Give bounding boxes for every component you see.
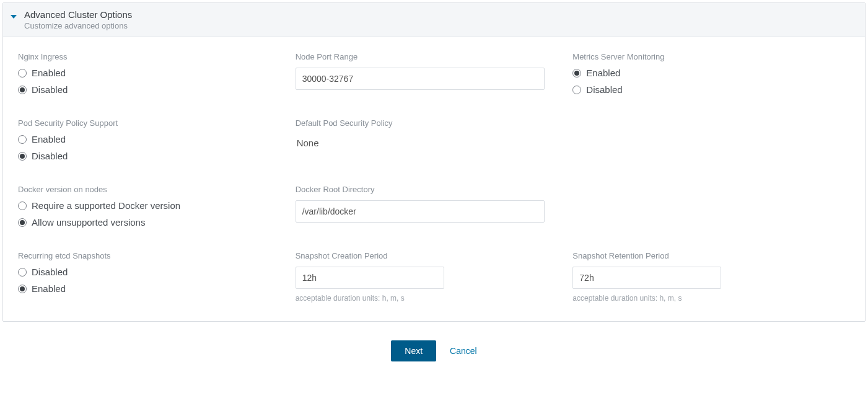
radio-label: Allow unsupported versions — [32, 217, 145, 228]
snapshot-creation-hint: acceptable duration units: h, m, s — [296, 294, 558, 303]
pod-security-disabled-radio[interactable]: Disabled — [18, 151, 281, 161]
snapshot-retention-hint: acceptable duration units: h, m, s — [572, 294, 835, 303]
snapshot-creation-label: Snapshot Creation Period — [296, 251, 558, 260]
radio-icon — [18, 69, 27, 78]
pod-security-support-label: Pod Security Policy Support — [18, 118, 281, 128]
etcd-snapshots-disabled-radio[interactable]: Disabled — [18, 267, 281, 277]
radio-icon — [18, 86, 27, 94]
panel-subtitle: Customize advanced options — [24, 21, 132, 30]
radio-label: Enabled — [586, 68, 620, 78]
radio-label: Require a supported Docker version — [32, 200, 180, 211]
docker-version-label: Docker version on nodes — [18, 185, 281, 194]
radio-label: Enabled — [32, 134, 66, 144]
default-pod-security-label: Default Pod Security Policy — [296, 118, 558, 128]
radio-icon — [18, 285, 27, 293]
radio-label: Disabled — [32, 267, 68, 277]
advanced-cluster-panel: Advanced Cluster Options Customize advan… — [2, 2, 866, 322]
snapshot-retention-input[interactable] — [572, 267, 721, 289]
footer-actions: Next Cancel — [0, 324, 868, 368]
cancel-button[interactable]: Cancel — [450, 346, 477, 356]
radio-label: Disabled — [586, 84, 622, 95]
radio-icon — [18, 135, 27, 144]
nginx-ingress-enabled-radio[interactable]: Enabled — [18, 68, 281, 78]
snapshot-creation-input[interactable] — [296, 267, 444, 289]
radio-label: Enabled — [32, 68, 66, 78]
radio-icon — [572, 86, 581, 94]
radio-label: Enabled — [32, 283, 66, 294]
panel-header[interactable]: Advanced Cluster Options Customize advan… — [3, 3, 865, 37]
docker-version-allow-radio[interactable]: Allow unsupported versions — [18, 217, 281, 228]
metrics-server-label: Metrics Server Monitoring — [572, 52, 835, 61]
metrics-server-enabled-radio[interactable]: Enabled — [572, 68, 835, 78]
node-port-range-input[interactable] — [296, 68, 545, 90]
node-port-range-label: Node Port Range — [296, 52, 558, 61]
nginx-ingress-label: Nginx Ingress — [18, 52, 281, 61]
radio-icon — [572, 69, 581, 78]
radio-label: Disabled — [32, 151, 68, 161]
metrics-server-disabled-radio[interactable]: Disabled — [572, 84, 835, 95]
radio-icon — [18, 218, 27, 227]
etcd-snapshots-enabled-radio[interactable]: Enabled — [18, 283, 281, 294]
default-pod-security-value: None — [296, 134, 558, 152]
docker-root-input[interactable] — [296, 200, 545, 223]
chevron-down-icon — [11, 15, 17, 19]
radio-label: Disabled — [32, 84, 68, 95]
nginx-ingress-disabled-radio[interactable]: Disabled — [18, 84, 281, 95]
panel-title: Advanced Cluster Options — [24, 9, 132, 20]
next-button[interactable]: Next — [391, 340, 436, 361]
radio-icon — [18, 268, 27, 277]
snapshot-retention-label: Snapshot Retention Period — [572, 251, 835, 260]
radio-icon — [18, 152, 27, 161]
docker-root-label: Docker Root Directory — [296, 185, 558, 194]
panel-body: Nginx Ingress Enabled Disabled Node Port… — [3, 37, 865, 321]
etcd-snapshots-label: Recurring etcd Snapshots — [18, 251, 281, 260]
docker-version-require-radio[interactable]: Require a supported Docker version — [18, 200, 281, 211]
pod-security-enabled-radio[interactable]: Enabled — [18, 134, 281, 144]
radio-icon — [18, 202, 27, 210]
